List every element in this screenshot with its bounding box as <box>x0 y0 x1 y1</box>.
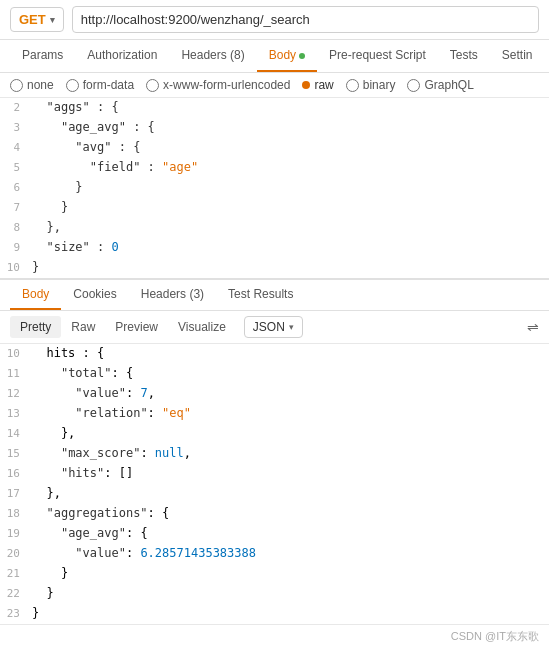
response-tab-body[interactable]: Body <box>10 280 61 310</box>
body-type-raw[interactable]: raw <box>302 78 333 92</box>
method-arrow: ▾ <box>50 15 55 25</box>
filter-icon[interactable]: ⇌ <box>527 319 539 335</box>
method-label: GET <box>19 12 46 27</box>
response-tab-test-results[interactable]: Test Results <box>216 280 305 310</box>
rc-line-16: 16 "hits": [] <box>0 464 549 484</box>
code-line-9: 9 "size" : 0 <box>0 238 549 258</box>
code-line-7: 7 } <box>0 198 549 218</box>
response-tab-cookies[interactable]: Cookies <box>61 280 128 310</box>
rc-line-12: 12 "value": 7, <box>0 384 549 404</box>
tab-headers[interactable]: Headers (8) <box>169 40 256 72</box>
code-line-8: 8 }, <box>0 218 549 238</box>
tab-authorization[interactable]: Authorization <box>75 40 169 72</box>
code-line-10: 10 } <box>0 258 549 278</box>
method-select[interactable]: GET ▾ <box>10 7 64 32</box>
request-bar: GET ▾ <box>0 0 549 40</box>
body-dot <box>299 53 305 59</box>
rc-line-14: 14 }, <box>0 424 549 444</box>
url-input[interactable] <box>72 6 539 33</box>
body-type-binary[interactable]: binary <box>346 78 396 92</box>
rc-line-21: 21 } <box>0 564 549 584</box>
rc-line-11: 11 "total": { <box>0 364 549 384</box>
tab-settings[interactable]: Settin <box>490 40 545 72</box>
code-line-4: 4 "avg" : { <box>0 138 549 158</box>
rc-line-10: 10 hits : { <box>0 344 549 364</box>
code-line-3: 3 "age_avg" : { <box>0 118 549 138</box>
body-type-urlencoded[interactable]: x-www-form-urlencoded <box>146 78 290 92</box>
watermark: CSDN @IT东东歌 <box>0 624 549 648</box>
tab-params[interactable]: Params <box>10 40 75 72</box>
response-tab-headers[interactable]: Headers (3) <box>129 280 216 310</box>
rc-line-13: 13 "relation": "eq" <box>0 404 549 424</box>
tab-pre-request[interactable]: Pre-request Script <box>317 40 438 72</box>
json-format-arrow: ▾ <box>289 322 294 332</box>
json-format-select[interactable]: JSON ▾ <box>244 316 303 338</box>
body-type-formdata[interactable]: form-data <box>66 78 134 92</box>
code-line-5: 5 "field" : "age" <box>0 158 549 178</box>
watermark-text: CSDN @IT东东歌 <box>451 629 539 644</box>
request-nav-tabs: Params Authorization Headers (8) Body Pr… <box>0 40 549 73</box>
rc-line-20: 20 "value": 6.28571435383388 <box>0 544 549 564</box>
rc-line-17: 17 }, <box>0 484 549 504</box>
raw-dot <box>302 81 310 89</box>
code-line-2: 2 "aggs" : { <box>0 98 549 118</box>
response-tabs: Body Cookies Headers (3) Test Results <box>0 279 549 311</box>
rc-line-19: 19 "age_avg": { <box>0 524 549 544</box>
format-visualize[interactable]: Visualize <box>168 316 236 338</box>
tab-body[interactable]: Body <box>257 40 317 72</box>
response-format-row: Pretty Raw Preview Visualize JSON ▾ ⇌ <box>0 311 549 344</box>
rc-line-22: 22 } <box>0 584 549 604</box>
json-format-label: JSON <box>253 320 285 334</box>
response-body-viewer: 10 hits : { 11 "total": { 12 "value": 7,… <box>0 344 549 624</box>
body-type-graphql[interactable]: GraphQL <box>407 78 473 92</box>
code-line-6: 6 } <box>0 178 549 198</box>
format-pretty[interactable]: Pretty <box>10 316 61 338</box>
rc-line-23: 23 } <box>0 604 549 624</box>
body-type-selector: none form-data x-www-form-urlencoded raw… <box>0 73 549 98</box>
tab-tests[interactable]: Tests <box>438 40 490 72</box>
format-preview[interactable]: Preview <box>105 316 168 338</box>
body-type-none[interactable]: none <box>10 78 54 92</box>
rc-line-15: 15 "max_score": null, <box>0 444 549 464</box>
rc-line-18: 18 "aggregations": { <box>0 504 549 524</box>
format-raw[interactable]: Raw <box>61 316 105 338</box>
request-body-editor[interactable]: 2 "aggs" : { 3 "age_avg" : { 4 "avg" : {… <box>0 98 549 279</box>
